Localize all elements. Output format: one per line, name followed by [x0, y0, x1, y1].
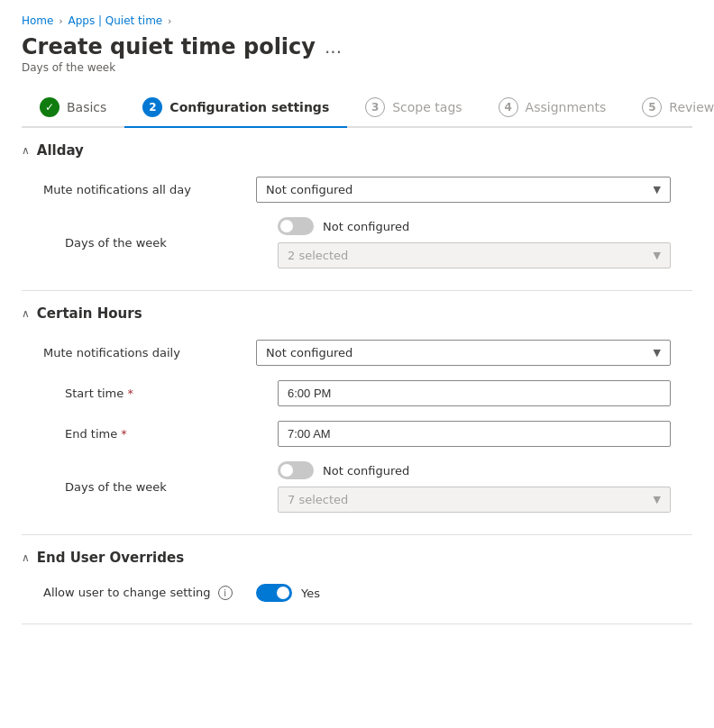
page-title: Create quiet time policy [22, 34, 316, 59]
allday-mute-label: Mute notifications all day [43, 183, 242, 196]
certain-days-selected: 7 selected [288, 493, 348, 506]
breadcrumb-home[interactable]: Home [22, 14, 53, 27]
allow-user-control: Yes [256, 584, 671, 602]
tab-review[interactable]: 5 Review + create [624, 88, 714, 128]
allday-days-toggle[interactable] [278, 217, 314, 235]
allday-toggle-slider [278, 217, 314, 235]
end-time-control [278, 421, 671, 447]
certain-toggle-slider [278, 461, 314, 479]
certain-mute-label: Mute notifications daily [43, 346, 242, 359]
certain-days-multiselect-arrow: ▼ [654, 494, 661, 505]
allday-mute-row: Mute notifications all day Not configure… [22, 169, 692, 210]
tab-label-basics: Basics [67, 100, 106, 114]
tab-label-scope: Scope tags [392, 100, 462, 114]
allday-days-control: Not configured 2 selected ▼ [278, 217, 671, 268]
breadcrumb-apps-quiet-time[interactable]: Apps | Quiet time [68, 14, 162, 27]
allow-user-toggle-label: Yes [301, 587, 320, 600]
breadcrumb-sep2: › [168, 16, 171, 26]
end-user-section: ∧ End User Overrides Allow user to chang… [22, 535, 692, 624]
breadcrumb: Home › Apps | Quiet time › [22, 14, 692, 27]
certain-hours-section: ∧ Certain Hours Mute notifications daily… [22, 291, 692, 535]
certain-mute-dropdown-arrow: ▼ [654, 347, 661, 359]
certain-mute-value: Not configured [266, 346, 352, 359]
certain-mute-dropdown[interactable]: Not configured ▼ [256, 340, 671, 366]
end-time-input[interactable] [278, 421, 671, 447]
breadcrumb-sep1: › [59, 16, 62, 26]
certain-days-control: Not configured 7 selected ▼ [278, 461, 671, 513]
allday-days-multiselect[interactable]: 2 selected ▼ [278, 242, 671, 268]
wizard-tabs: ✓ Basics 2 Configuration settings 3 Scop… [22, 88, 692, 128]
tab-circle-basics: ✓ [40, 97, 60, 117]
tab-configuration[interactable]: 2 Configuration settings [124, 88, 347, 128]
end-user-chevron-icon: ∧ [22, 551, 30, 564]
allow-user-row: Allow user to change setting i Yes [22, 577, 692, 609]
start-time-row: Start time [22, 373, 692, 414]
tab-circle-scope: 3 [365, 97, 385, 117]
end-time-row: End time [22, 414, 692, 454]
allday-mute-dropdown[interactable]: Not configured ▼ [256, 177, 671, 203]
page-subtitle: Days of the week [22, 61, 692, 74]
allday-toggle-row: Not configured [278, 217, 671, 235]
certain-hours-header[interactable]: ∧ Certain Hours [22, 305, 692, 322]
tab-assignments[interactable]: 4 Assignments [481, 88, 625, 128]
tab-label-assignments: Assignments [526, 100, 607, 114]
tab-basics[interactable]: ✓ Basics [22, 88, 124, 128]
tab-label-configuration: Configuration settings [169, 100, 329, 114]
certain-days-toggle[interactable] [278, 461, 314, 479]
start-time-label: Start time [65, 387, 263, 400]
more-options-icon[interactable]: ... [325, 36, 342, 58]
end-time-label: End time [65, 427, 263, 441]
allday-section: ∧ Allday Mute notifications all day Not … [22, 128, 692, 291]
tab-circle-review: 5 [642, 97, 662, 117]
allday-mute-dropdown-arrow: ▼ [654, 184, 661, 196]
allow-user-label: Allow user to change setting i [43, 586, 242, 601]
certain-toggle-row: Not configured [278, 461, 671, 479]
certain-mute-row: Mute notifications daily Not configured … [22, 332, 692, 373]
allday-chevron-icon: ∧ [22, 144, 30, 157]
certain-hours-title: Certain Hours [37, 305, 142, 322]
certain-mute-control: Not configured ▼ [256, 340, 671, 366]
allday-days-row: Days of the week Not configured 2 select… [22, 210, 692, 276]
allday-toggle-label: Not configured [323, 220, 409, 233]
allday-mute-value: Not configured [266, 183, 352, 196]
tab-circle-configuration: 2 [142, 97, 162, 117]
allday-days-multiselect-arrow: ▼ [654, 250, 661, 261]
certain-days-row: Days of the week Not configured 7 select… [22, 454, 692, 520]
allday-days-label: Days of the week [65, 236, 263, 250]
tab-label-review: Review + create [669, 100, 714, 114]
certain-days-multiselect[interactable]: 7 selected ▼ [278, 487, 671, 513]
allow-user-info-icon[interactable]: i [218, 586, 233, 600]
allday-days-selected: 2 selected [288, 249, 348, 262]
certain-hours-chevron-icon: ∧ [22, 307, 30, 320]
certain-days-label: Days of the week [65, 480, 263, 494]
allow-user-toggle-slider [256, 584, 292, 602]
allow-user-toggle-row: Yes [256, 584, 671, 602]
end-user-header[interactable]: ∧ End User Overrides [22, 550, 692, 566]
allow-user-toggle[interactable] [256, 584, 292, 602]
tab-scope[interactable]: 3 Scope tags [347, 88, 480, 128]
allday-title: Allday [37, 142, 84, 159]
start-time-control [278, 380, 671, 406]
end-user-title: End User Overrides [37, 550, 184, 566]
start-time-input[interactable] [278, 380, 671, 406]
allday-mute-control: Not configured ▼ [256, 177, 671, 203]
tab-circle-assignments: 4 [499, 97, 518, 117]
certain-toggle-label: Not configured [323, 464, 409, 478]
allday-header[interactable]: ∧ Allday [22, 142, 692, 159]
